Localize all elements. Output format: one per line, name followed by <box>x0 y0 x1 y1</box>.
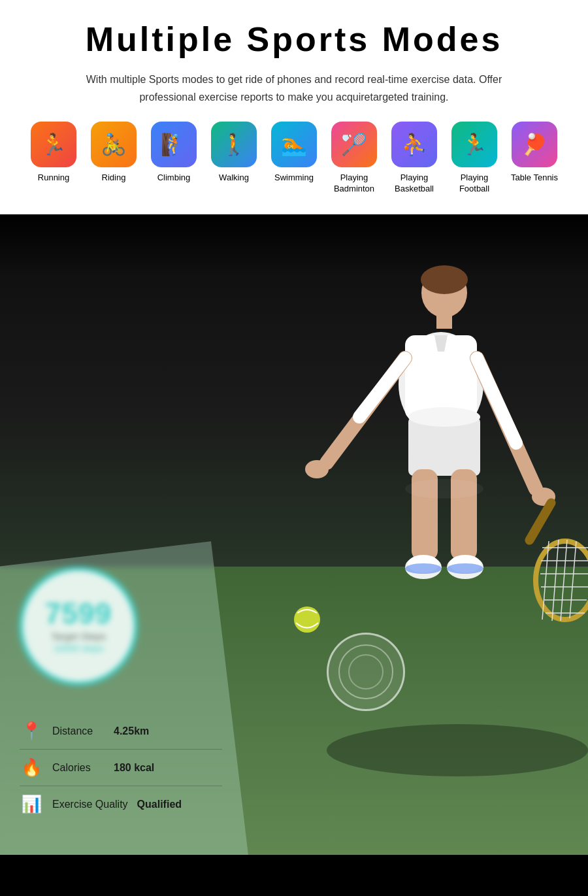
sport-label-badminton: Playing Badminton <box>327 173 381 195</box>
svg-point-34 <box>447 563 483 574</box>
sport-icon-climbing: 🧗 <box>151 122 197 167</box>
svg-point-2 <box>421 265 468 294</box>
sport-label-riding: Riding <box>102 173 126 184</box>
photo-section: 7599 Target Steps 10000 steps 📍 Distance… <box>0 214 588 855</box>
sport-label-swimming: Swimming <box>274 173 314 184</box>
calories-label: Calories <box>52 762 105 774</box>
calories-icon: 🔥 <box>20 757 43 778</box>
svg-rect-3 <box>436 316 452 329</box>
sport-item-badminton: 🏸Playing Badminton <box>327 122 381 195</box>
sport-item-climbing: 🧗Climbing <box>147 122 201 195</box>
sport-label-football: Playing Football <box>448 173 501 195</box>
main-title: Multiple Sports Modes <box>13 20 575 59</box>
sport-icon-tennis: 🏓 <box>512 122 557 167</box>
sport-icon-riding: 🚴 <box>91 122 137 167</box>
svg-line-24 <box>570 541 576 618</box>
stats-list: 📍 Distance 4.25km 🔥 Calories 180 kcal 📊 … <box>20 713 222 822</box>
exercise-value: Qualified <box>137 799 182 810</box>
top-section: Multiple Sports Modes With multiple Spor… <box>0 0 588 214</box>
sport-item-football: 🏃Playing Football <box>448 122 501 195</box>
svg-point-33 <box>405 563 442 574</box>
sport-label-climbing: Climbing <box>157 173 191 184</box>
sport-label-basketball: Playing Basketball <box>387 173 441 195</box>
calories-value: 180 kcal <box>114 762 154 774</box>
exercise-label: Exercise Quality <box>52 799 128 810</box>
sport-item-walking: 🚶Walking <box>207 122 261 195</box>
exercise-row: 📊 Exercise Quality Qualified <box>20 786 222 822</box>
sport-item-swimming: 🏊Swimming <box>267 122 321 195</box>
exercise-icon: 📊 <box>20 794 43 814</box>
sport-label-running: Running <box>38 173 69 184</box>
svg-point-0 <box>327 724 588 776</box>
sport-icon-running: 🏃 <box>31 122 76 167</box>
sport-icon-football: 🏃 <box>451 122 497 167</box>
sports-grid: 🏃Running🚴Riding🧗Climbing🚶Walking🏊Swimmin… <box>13 122 575 201</box>
sport-icon-walking: 🚶 <box>211 122 257 167</box>
sport-icon-badminton: 🏸 <box>331 122 377 167</box>
sport-item-tennis: 🏓Table Tennis <box>508 122 561 195</box>
svg-point-26 <box>408 407 480 427</box>
svg-point-35 <box>405 479 483 499</box>
distance-label: Distance <box>52 725 105 737</box>
svg-line-8 <box>359 358 405 417</box>
sport-item-basketball: ⛹Playing Basketball <box>387 122 441 195</box>
svg-line-23 <box>561 540 567 621</box>
calories-row: 🔥 Calories 180 kcal <box>20 750 222 786</box>
sport-item-running: 🏃Running <box>27 122 80 195</box>
watch-circle-overlay <box>327 633 405 711</box>
distance-icon: 📍 <box>20 721 43 741</box>
sport-label-walking: Walking <box>219 173 249 184</box>
distance-value: 4.25km <box>114 725 149 737</box>
svg-line-22 <box>552 540 559 621</box>
sport-icon-swimming: 🏊 <box>271 122 317 167</box>
subtitle: With multiple Sports modes to get ride o… <box>72 71 516 106</box>
svg-line-11 <box>477 358 516 443</box>
sport-item-riding: 🚴Riding <box>87 122 140 195</box>
sport-label-tennis: Table Tennis <box>511 173 558 184</box>
distance-row: 📍 Distance 4.25km <box>20 713 222 750</box>
svg-point-9 <box>305 460 329 478</box>
sport-icon-basketball: ⛹ <box>391 122 437 167</box>
player-illustration <box>196 214 588 803</box>
